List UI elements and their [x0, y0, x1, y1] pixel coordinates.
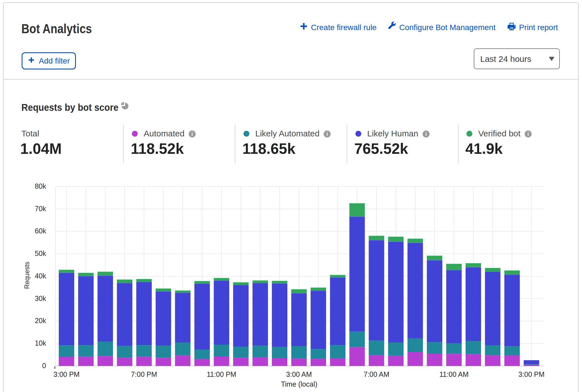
- svg-text:60k: 60k: [35, 227, 46, 235]
- svg-text:50k: 50k: [35, 249, 46, 257]
- svg-text:20k: 20k: [35, 317, 46, 325]
- svg-text:30k: 30k: [35, 294, 46, 302]
- svg-text:Time (local): Time (local): [281, 380, 317, 388]
- svg-text:10k: 10k: [35, 339, 46, 347]
- svg-text:40k: 40k: [35, 272, 46, 280]
- svg-text:11:00 PM: 11:00 PM: [207, 370, 236, 378]
- svg-text:3:00 PM: 3:00 PM: [518, 370, 545, 378]
- svg-text:11:00 AM: 11:00 AM: [439, 370, 469, 378]
- svg-text:80k: 80k: [35, 182, 46, 190]
- svg-text:70k: 70k: [35, 205, 46, 213]
- svg-text:3:00 AM: 3:00 AM: [286, 370, 312, 378]
- svg-text:0: 0: [42, 362, 46, 370]
- svg-text:Requests: Requests: [23, 262, 31, 289]
- svg-text:7:00 PM: 7:00 PM: [131, 370, 157, 378]
- svg-text:3:00 PM: 3:00 PM: [53, 370, 80, 378]
- svg-text:7:00 AM: 7:00 AM: [364, 370, 389, 378]
